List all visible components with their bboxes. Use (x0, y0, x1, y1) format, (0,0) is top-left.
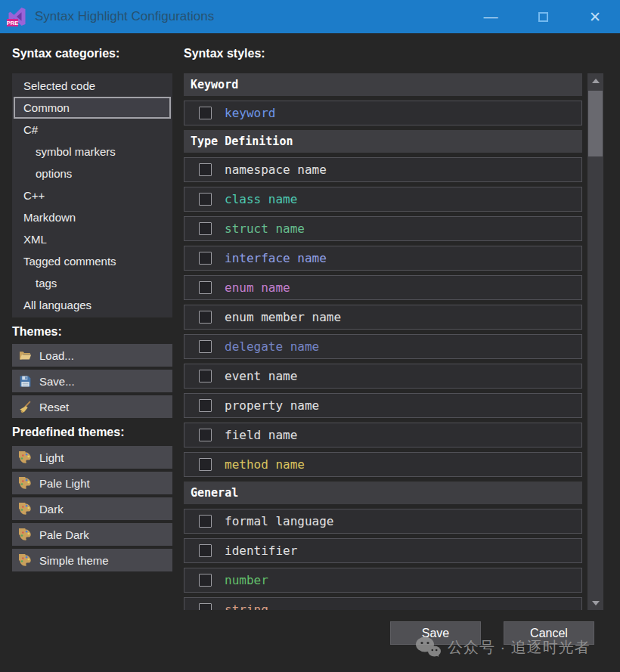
checkbox[interactable] (199, 370, 212, 382)
style-row-enum-member-name[interactable]: enum member name (184, 305, 582, 330)
style-label: method name (225, 457, 305, 472)
style-label: interface name (225, 251, 327, 265)
style-row-formal-language[interactable]: formal language (184, 509, 582, 534)
checkbox[interactable] (199, 340, 212, 353)
load-theme-button[interactable]: Load... (12, 344, 172, 367)
cancel-button[interactable]: Cancel (504, 621, 594, 645)
scrollbar-thumb[interactable] (588, 91, 603, 156)
checkbox[interactable] (199, 544, 212, 557)
arrow-down-icon (592, 601, 600, 605)
palette-icon (19, 528, 32, 541)
category-item-markdown[interactable]: Markdown (14, 206, 171, 228)
syntax-styles-list: Keyword keyword Type Definition namespac… (184, 73, 582, 610)
category-item-tags[interactable]: tags (14, 272, 171, 294)
svg-text:PRE: PRE (7, 20, 18, 26)
arrow-up-icon (592, 79, 600, 83)
checkbox[interactable] (199, 107, 212, 119)
style-row-interface-name[interactable]: interface name (184, 246, 582, 271)
style-label: enum name (225, 280, 290, 295)
style-label: field name (225, 428, 297, 442)
style-label: formal language (225, 514, 334, 528)
theme-dark-button[interactable]: Dark (12, 497, 172, 520)
checkbox[interactable] (199, 311, 212, 324)
themes-heading: Themes: (12, 322, 172, 341)
style-label: namespace name (225, 163, 327, 177)
palette-icon (19, 477, 32, 490)
styles-scrollbar[interactable] (587, 73, 603, 610)
style-row-number[interactable]: number (184, 568, 582, 593)
syntax-categories-panel: Syntax categories: Selected code Common … (12, 44, 172, 574)
theme-pale-dark-label: Pale Dark (39, 528, 89, 541)
style-row-method-name[interactable]: method name (184, 452, 582, 477)
syntax-categories-list: Selected code Common C# symbol markers o… (12, 73, 172, 317)
checkbox[interactable] (199, 222, 212, 235)
style-row-property-name[interactable]: property name (184, 393, 582, 418)
checkbox[interactable] (199, 252, 212, 265)
predefined-themes-heading: Predefined themes: (12, 423, 172, 441)
save-disk-icon (19, 375, 32, 388)
style-label: number (225, 573, 268, 587)
category-item-common[interactable]: Common (14, 97, 171, 119)
visual-studio-logo-icon: PRE (7, 6, 28, 27)
section-header-general: General (184, 482, 582, 504)
style-label: enum member name (225, 310, 341, 324)
maximize-button[interactable] (525, 0, 560, 33)
style-label: class name (225, 192, 297, 206)
theme-pale-light-label: Pale Light (39, 477, 90, 490)
syntax-styles-heading: Syntax styles: (184, 44, 582, 63)
category-item-xml[interactable]: XML (14, 228, 171, 250)
checkbox[interactable] (199, 163, 212, 176)
checkbox[interactable] (199, 399, 212, 412)
save-theme-label: Save... (39, 375, 75, 388)
theme-light-label: Light (39, 451, 64, 464)
category-item-options[interactable]: options (14, 163, 171, 184)
style-label: event name (225, 369, 297, 383)
style-row-delegate-name[interactable]: delegate name (184, 334, 582, 359)
section-header-type-definition: Type Definition (184, 130, 582, 153)
style-label: property name (225, 398, 319, 413)
style-row-struct-name[interactable]: struct name (184, 216, 582, 241)
theme-pale-dark-button[interactable]: Pale Dark (12, 523, 172, 546)
syntax-styles-panel: Syntax styles: Keyword keyword Type Defi… (184, 44, 582, 610)
scroll-down-button[interactable] (587, 596, 603, 610)
save-button[interactable]: Save (390, 621, 481, 645)
reset-broom-icon (19, 401, 32, 413)
checkbox[interactable] (199, 603, 212, 610)
checkbox[interactable] (199, 574, 212, 587)
reset-theme-button[interactable]: Reset (12, 395, 172, 418)
category-item-symbol-markers[interactable]: symbol markers (14, 141, 171, 163)
close-button[interactable]: ✕ (578, 0, 612, 33)
checkbox[interactable] (199, 515, 212, 528)
category-item-csharp[interactable]: C# (14, 119, 171, 141)
style-row-namespace-name[interactable]: namespace name (184, 157, 582, 182)
checkbox[interactable] (199, 458, 212, 471)
theme-pale-light-button[interactable]: Pale Light (12, 472, 172, 494)
category-item-cpp[interactable]: C++ (14, 184, 171, 206)
style-row-keyword[interactable]: keyword (184, 101, 582, 125)
checkbox[interactable] (199, 429, 212, 441)
folder-open-icon (19, 349, 32, 362)
style-row-class-name[interactable]: class name (184, 187, 582, 212)
category-item-selected-code[interactable]: Selected code (14, 75, 171, 97)
style-row-event-name[interactable]: event name (184, 364, 582, 389)
minimize-button[interactable]: — (473, 0, 508, 33)
save-theme-button[interactable]: Save... (12, 370, 172, 392)
category-item-tagged-comments[interactable]: Tagged comments (14, 250, 171, 272)
palette-icon (19, 554, 32, 567)
style-row-identifier[interactable]: identifier (184, 538, 582, 563)
checkbox[interactable] (199, 281, 212, 294)
theme-simple-button[interactable]: Simple theme (12, 549, 172, 571)
style-row-enum-name[interactable]: enum name (184, 275, 582, 300)
maximize-icon (538, 12, 548, 22)
style-label: string (225, 602, 268, 610)
checkbox[interactable] (199, 193, 212, 206)
theme-light-button[interactable]: Light (12, 446, 172, 469)
style-label: identifier (225, 543, 297, 558)
scroll-up-button[interactable] (587, 73, 603, 88)
style-row-field-name[interactable]: field name (184, 423, 582, 447)
syntax-categories-heading: Syntax categories: (12, 44, 172, 63)
category-item-all-languages[interactable]: All languages (14, 294, 171, 316)
style-row-string[interactable]: string (184, 597, 582, 610)
section-header-keyword: Keyword (184, 73, 582, 96)
palette-icon (19, 503, 32, 516)
